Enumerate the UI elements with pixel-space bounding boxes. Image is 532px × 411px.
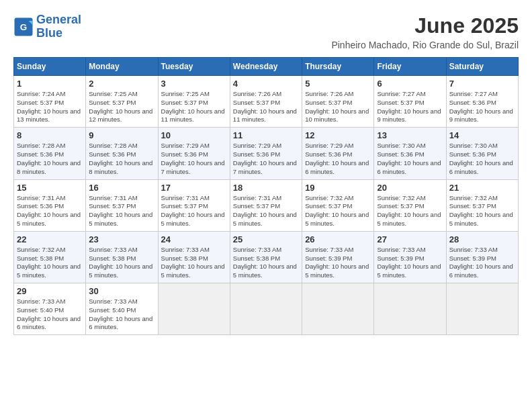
calendar-cell-8: 8 Sunrise: 7:28 AM Sunset: 5:36 PM Dayli… [14, 128, 86, 179]
calendar-cell-29: 29 Sunrise: 7:33 AM Sunset: 5:40 PM Dayl… [14, 283, 86, 335]
cell-info-5: Sunrise: 7:26 AM Sunset: 5:37 PM Dayligh… [305, 90, 371, 124]
calendar-cell-6: 6 Sunrise: 7:27 AM Sunset: 5:37 PM Dayli… [374, 76, 446, 128]
cell-info-12: Sunrise: 7:29 AM Sunset: 5:36 PM Dayligh… [305, 142, 371, 176]
cell-day-5: 5 [305, 79, 371, 89]
cell-day-26: 26 [305, 234, 371, 244]
cell-info-10: Sunrise: 7:29 AM Sunset: 5:36 PM Dayligh… [161, 142, 227, 176]
calendar-cell-12: 12 Sunrise: 7:29 AM Sunset: 5:36 PM Dayl… [302, 128, 374, 179]
svg-text:G: G [20, 21, 28, 32]
logo-line1: General [36, 13, 81, 26]
cell-day-14: 14 [449, 130, 515, 140]
logo: G General Blue [13, 13, 81, 40]
calendar-cell-16: 16 Sunrise: 7:31 AM Sunset: 5:37 PM Dayl… [86, 179, 158, 231]
cell-day-3: 3 [161, 79, 227, 89]
cell-info-1: Sunrise: 7:24 AM Sunset: 5:37 PM Dayligh… [17, 90, 83, 124]
cell-day-25: 25 [233, 234, 299, 244]
cell-day-15: 15 [17, 183, 83, 193]
cell-day-18: 18 [233, 183, 299, 193]
calendar-cell-18: 18 Sunrise: 7:31 AM Sunset: 5:37 PM Dayl… [230, 179, 302, 231]
weekday-header-friday: Friday [374, 58, 446, 76]
empty-cell [374, 283, 446, 335]
calendar-cell-15: 15 Sunrise: 7:31 AM Sunset: 5:36 PM Dayl… [14, 179, 86, 231]
weekday-header-tuesday: Tuesday [158, 58, 230, 76]
cell-info-14: Sunrise: 7:30 AM Sunset: 5:36 PM Dayligh… [449, 142, 515, 176]
calendar-cell-5: 5 Sunrise: 7:26 AM Sunset: 5:37 PM Dayli… [302, 76, 374, 128]
weekday-header-monday: Monday [86, 58, 158, 76]
cell-info-11: Sunrise: 7:29 AM Sunset: 5:36 PM Dayligh… [233, 142, 299, 176]
cell-info-7: Sunrise: 7:27 AM Sunset: 5:36 PM Dayligh… [449, 90, 515, 124]
calendar-cell-13: 13 Sunrise: 7:30 AM Sunset: 5:36 PM Dayl… [374, 128, 446, 179]
cell-day-19: 19 [305, 183, 371, 193]
cell-info-28: Sunrise: 7:33 AM Sunset: 5:39 PM Dayligh… [449, 246, 515, 280]
calendar-cell-1: 1 Sunrise: 7:24 AM Sunset: 5:37 PM Dayli… [14, 76, 86, 128]
cell-info-25: Sunrise: 7:33 AM Sunset: 5:38 PM Dayligh… [233, 246, 299, 280]
calendar-cell-23: 23 Sunrise: 7:33 AM Sunset: 5:38 PM Dayl… [86, 231, 158, 283]
logo-icon: G [13, 17, 34, 37]
calendar-cell-22: 22 Sunrise: 7:32 AM Sunset: 5:38 PM Dayl… [14, 231, 86, 283]
weekday-header-saturday: Saturday [446, 58, 518, 76]
cell-info-18: Sunrise: 7:31 AM Sunset: 5:37 PM Dayligh… [233, 194, 299, 228]
cell-day-10: 10 [161, 130, 227, 140]
cell-day-22: 22 [17, 234, 83, 244]
week-row-1: 1 Sunrise: 7:24 AM Sunset: 5:37 PM Dayli… [14, 76, 519, 128]
cell-day-1: 1 [17, 79, 83, 89]
cell-day-28: 28 [449, 234, 515, 244]
cell-day-13: 13 [377, 130, 443, 140]
title-area: June 2025 Pinheiro Machado, Rio Grande d… [331, 13, 519, 50]
cell-day-30: 30 [89, 286, 154, 296]
calendar-cell-9: 9 Sunrise: 7:28 AM Sunset: 5:36 PM Dayli… [86, 128, 158, 179]
cell-day-7: 7 [449, 79, 515, 89]
cell-day-21: 21 [449, 183, 515, 193]
calendar-cell-10: 10 Sunrise: 7:29 AM Sunset: 5:36 PM Dayl… [158, 128, 230, 179]
cell-info-17: Sunrise: 7:31 AM Sunset: 5:37 PM Dayligh… [161, 194, 227, 228]
month-title: June 2025 [331, 13, 519, 38]
calendar-cell-21: 21 Sunrise: 7:32 AM Sunset: 5:37 PM Dayl… [446, 179, 518, 231]
cell-day-27: 27 [377, 234, 443, 244]
cell-info-27: Sunrise: 7:33 AM Sunset: 5:39 PM Dayligh… [377, 246, 443, 280]
weekday-header-sunday: Sunday [14, 58, 86, 76]
week-row-3: 15 Sunrise: 7:31 AM Sunset: 5:36 PM Dayl… [14, 179, 519, 231]
cell-info-26: Sunrise: 7:33 AM Sunset: 5:39 PM Dayligh… [305, 246, 371, 280]
calendar-cell-24: 24 Sunrise: 7:33 AM Sunset: 5:38 PM Dayl… [158, 231, 230, 283]
cell-info-9: Sunrise: 7:28 AM Sunset: 5:36 PM Dayligh… [89, 142, 154, 176]
cell-info-21: Sunrise: 7:32 AM Sunset: 5:37 PM Dayligh… [449, 194, 515, 228]
calendar-cell-20: 20 Sunrise: 7:32 AM Sunset: 5:37 PM Dayl… [374, 179, 446, 231]
cell-day-12: 12 [305, 130, 371, 140]
empty-cell [302, 283, 374, 335]
cell-day-20: 20 [377, 183, 443, 193]
logo-line2: Blue [36, 26, 62, 40]
calendar-cell-17: 17 Sunrise: 7:31 AM Sunset: 5:37 PM Dayl… [158, 179, 230, 231]
cell-day-8: 8 [17, 130, 83, 140]
cell-info-15: Sunrise: 7:31 AM Sunset: 5:36 PM Dayligh… [17, 194, 83, 228]
week-row-4: 22 Sunrise: 7:32 AM Sunset: 5:38 PM Dayl… [14, 231, 519, 283]
calendar-cell-26: 26 Sunrise: 7:33 AM Sunset: 5:39 PM Dayl… [302, 231, 374, 283]
cell-info-4: Sunrise: 7:26 AM Sunset: 5:37 PM Dayligh… [233, 90, 299, 124]
cell-day-4: 4 [233, 79, 299, 89]
subtitle: Pinheiro Machado, Rio Grande do Sul, Bra… [331, 40, 519, 50]
weekday-header-wednesday: Wednesday [230, 58, 302, 76]
weekday-header-thursday: Thursday [302, 58, 374, 76]
calendar-cell-3: 3 Sunrise: 7:25 AM Sunset: 5:37 PM Dayli… [158, 76, 230, 128]
cell-day-9: 9 [89, 130, 154, 140]
calendar-cell-4: 4 Sunrise: 7:26 AM Sunset: 5:37 PM Dayli… [230, 76, 302, 128]
cell-day-11: 11 [233, 130, 299, 140]
cell-info-24: Sunrise: 7:33 AM Sunset: 5:38 PM Dayligh… [161, 246, 227, 280]
cell-info-30: Sunrise: 7:33 AM Sunset: 5:40 PM Dayligh… [89, 298, 154, 332]
calendar-cell-25: 25 Sunrise: 7:33 AM Sunset: 5:38 PM Dayl… [230, 231, 302, 283]
empty-cell [230, 283, 302, 335]
cell-info-13: Sunrise: 7:30 AM Sunset: 5:36 PM Dayligh… [377, 142, 443, 176]
cell-day-16: 16 [89, 183, 154, 193]
week-row-2: 8 Sunrise: 7:28 AM Sunset: 5:36 PM Dayli… [14, 128, 519, 179]
cell-info-20: Sunrise: 7:32 AM Sunset: 5:37 PM Dayligh… [377, 194, 443, 228]
calendar-cell-28: 28 Sunrise: 7:33 AM Sunset: 5:39 PM Dayl… [446, 231, 518, 283]
cell-info-8: Sunrise: 7:28 AM Sunset: 5:36 PM Dayligh… [17, 142, 83, 176]
cell-info-6: Sunrise: 7:27 AM Sunset: 5:37 PM Dayligh… [377, 90, 443, 124]
calendar-cell-14: 14 Sunrise: 7:30 AM Sunset: 5:36 PM Dayl… [446, 128, 518, 179]
cell-day-17: 17 [161, 183, 227, 193]
cell-day-24: 24 [161, 234, 227, 244]
cell-day-23: 23 [89, 234, 154, 244]
cell-day-2: 2 [89, 79, 154, 89]
weekday-header-row: SundayMondayTuesdayWednesdayThursdayFrid… [14, 58, 519, 76]
calendar-cell-2: 2 Sunrise: 7:25 AM Sunset: 5:37 PM Dayli… [86, 76, 158, 128]
calendar: SundayMondayTuesdayWednesdayThursdayFrid… [13, 57, 519, 335]
